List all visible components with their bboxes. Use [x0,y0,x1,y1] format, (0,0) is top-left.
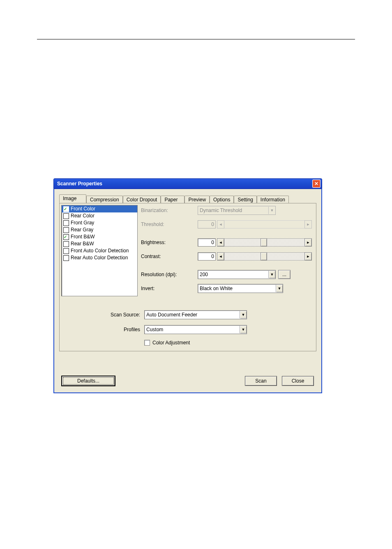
list-item[interactable]: Front Gray [62,219,137,226]
list-item[interactable]: Rear Gray [62,226,137,233]
brightness-label: Brightness: [141,240,198,245]
checkbox-icon[interactable] [63,248,69,254]
threshold-track [224,220,304,228]
resolution-combo[interactable]: 200 ▼ [198,270,276,279]
chevron-down-icon: ▼ [268,207,275,214]
image-controls: Binarization: Dynamic Threshold ▼ Thresh… [139,203,316,300]
contrast-slider[interactable] [224,252,304,261]
list-item-label: Front Color [71,206,95,212]
scan-source-combo[interactable]: Auto Document Feeder ▼ [144,310,247,319]
list-item[interactable]: Rear B&W [62,240,137,247]
profiles-label: Profiles [64,327,144,332]
tab-compression[interactable]: Compression [86,196,123,203]
invert-combo[interactable]: Black on White ▼ [198,284,283,293]
threshold-value: 0 [198,220,216,228]
profiles-combo[interactable]: Custom ▼ [144,325,247,334]
arrow-left-icon: ◄ [217,220,224,228]
brightness-value[interactable]: 0 [198,238,216,247]
slider-thumb[interactable] [261,252,267,261]
dialog-button-row: Defaults... Scan Close [59,376,316,388]
chevron-down-icon[interactable]: ▼ [276,285,283,292]
resolution-label: Resolution (dpi): [141,272,198,277]
checkbox-icon[interactable] [63,213,69,219]
combo-text: Dynamic Threshold [198,208,268,213]
tab-color-dropout[interactable]: Color Dropout [123,196,161,203]
tab-image[interactable]: Image [59,194,86,203]
checkbox-icon[interactable] [63,241,69,247]
tab-options[interactable]: Options [210,196,234,203]
lower-controls: Scan Source: Auto Document Feeder ▼ Prof… [60,300,316,351]
threshold-label: Threshold: [141,221,198,227]
list-item-label: Front Gray [71,220,94,226]
slider-thumb[interactable] [261,238,267,247]
scan-button[interactable]: Scan [245,376,277,386]
close-icon[interactable]: ✕ [312,180,321,188]
window-title: Scanner Properties [57,181,102,187]
chevron-down-icon[interactable]: ▼ [240,311,247,318]
arrow-right-icon[interactable]: ► [304,238,312,247]
list-item-label: Front B&W [71,234,95,240]
list-item[interactable]: Front Color [62,205,137,212]
combo-text: 200 [198,272,268,277]
list-item[interactable]: Rear Color [62,212,137,219]
checkbox-icon[interactable] [63,234,69,240]
contrast-value[interactable]: 0 [198,252,216,261]
chevron-down-icon[interactable]: ▼ [268,271,275,278]
contrast-label: Contrast: [141,254,198,259]
page-divider [37,39,355,39]
binarization-combo: Dynamic Threshold ▼ [198,206,276,215]
checkbox-icon[interactable] [63,255,69,261]
tab-strip: Image Compression Color Dropout Paper Pr… [59,194,316,203]
defaults-button[interactable]: Defaults... [62,376,115,386]
list-item-label: Rear B&W [71,241,94,247]
brightness-slider[interactable] [224,238,304,247]
close-button[interactable]: Close [282,376,314,386]
client-area: Image Compression Color Dropout Paper Pr… [53,189,322,393]
color-adjustment-checkbox[interactable]: Color Adjustment [144,340,190,346]
image-selection-list[interactable]: Front Color Rear Color Front Gray Rear G… [61,205,138,296]
list-item[interactable]: Rear Auto Color Detection [62,254,137,261]
list-item-label: Rear Auto Color Detection [71,255,128,261]
checkbox-icon[interactable] [63,206,69,212]
color-adjustment-label: Color Adjustment [152,340,190,346]
binarization-label: Binarization: [141,208,198,213]
arrow-left-icon[interactable]: ◄ [217,238,224,247]
tab-information[interactable]: Information [257,196,289,203]
combo-text: Black on White [198,286,276,291]
scanner-properties-dialog: Scanner Properties ✕ Image Compression C… [53,178,322,393]
arrow-right-icon[interactable]: ► [304,252,312,261]
combo-text: Auto Document Feeder [145,312,240,318]
list-item[interactable]: Front Auto Color Detection [62,247,137,254]
tab-setting[interactable]: Setting [234,196,256,203]
arrow-right-icon: ► [304,220,312,228]
tab-panel-image: Front Color Rear Color Front Gray Rear G… [59,203,316,351]
invert-label: Invert: [141,286,198,291]
titlebar[interactable]: Scanner Properties ✕ [53,178,322,189]
list-item-label: Rear Color [71,213,95,219]
list-item[interactable]: Front B&W [62,233,137,240]
tab-preview[interactable]: Preview [184,196,210,203]
checkbox-icon[interactable] [144,340,150,346]
list-item-label: Front Auto Color Detection [71,248,129,254]
scan-source-label: Scan Source: [64,312,144,318]
resolution-more-button[interactable]: ... [278,270,291,279]
chevron-down-icon[interactable]: ▼ [240,326,247,333]
combo-text: Custom [145,327,240,332]
list-item-label: Rear Gray [71,227,93,233]
checkbox-icon[interactable] [63,227,69,233]
checkbox-icon[interactable] [63,220,69,226]
arrow-left-icon[interactable]: ◄ [217,252,224,261]
tab-paper[interactable]: Paper [161,196,184,203]
